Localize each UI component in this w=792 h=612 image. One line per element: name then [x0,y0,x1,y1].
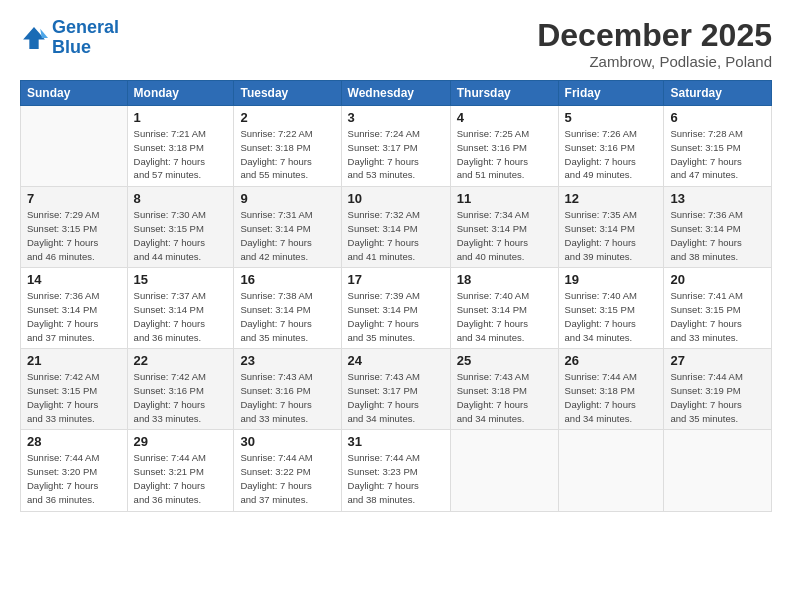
day-info: Sunrise: 7:21 AM Sunset: 3:18 PM Dayligh… [134,127,228,182]
day-number: 7 [27,191,121,206]
day-info: Sunrise: 7:44 AM Sunset: 3:22 PM Dayligh… [240,451,334,506]
calendar-cell: 21Sunrise: 7:42 AM Sunset: 3:15 PM Dayli… [21,349,128,430]
calendar-cell: 3Sunrise: 7:24 AM Sunset: 3:17 PM Daylig… [341,106,450,187]
day-info: Sunrise: 7:30 AM Sunset: 3:15 PM Dayligh… [134,208,228,263]
day-header-tuesday: Tuesday [234,81,341,106]
day-number: 28 [27,434,121,449]
day-number: 21 [27,353,121,368]
calendar-cell: 27Sunrise: 7:44 AM Sunset: 3:19 PM Dayli… [664,349,772,430]
day-number: 20 [670,272,765,287]
page: General Blue December 2025 Zambrow, Podl… [0,0,792,612]
day-number: 26 [565,353,658,368]
day-info: Sunrise: 7:29 AM Sunset: 3:15 PM Dayligh… [27,208,121,263]
day-number: 2 [240,110,334,125]
calendar-cell: 31Sunrise: 7:44 AM Sunset: 3:23 PM Dayli… [341,430,450,511]
day-info: Sunrise: 7:42 AM Sunset: 3:16 PM Dayligh… [134,370,228,425]
day-info: Sunrise: 7:42 AM Sunset: 3:15 PM Dayligh… [27,370,121,425]
day-info: Sunrise: 7:36 AM Sunset: 3:14 PM Dayligh… [670,208,765,263]
calendar-cell: 28Sunrise: 7:44 AM Sunset: 3:20 PM Dayli… [21,430,128,511]
day-header-sunday: Sunday [21,81,128,106]
day-number: 17 [348,272,444,287]
day-number: 5 [565,110,658,125]
calendar-cell: 18Sunrise: 7:40 AM Sunset: 3:14 PM Dayli… [450,268,558,349]
header: General Blue December 2025 Zambrow, Podl… [20,18,772,70]
day-number: 29 [134,434,228,449]
day-number: 8 [134,191,228,206]
day-info: Sunrise: 7:35 AM Sunset: 3:14 PM Dayligh… [565,208,658,263]
day-info: Sunrise: 7:32 AM Sunset: 3:14 PM Dayligh… [348,208,444,263]
calendar-cell [21,106,128,187]
day-info: Sunrise: 7:34 AM Sunset: 3:14 PM Dayligh… [457,208,552,263]
day-info: Sunrise: 7:44 AM Sunset: 3:19 PM Dayligh… [670,370,765,425]
calendar-cell: 24Sunrise: 7:43 AM Sunset: 3:17 PM Dayli… [341,349,450,430]
day-number: 19 [565,272,658,287]
day-info: Sunrise: 7:44 AM Sunset: 3:21 PM Dayligh… [134,451,228,506]
day-number: 23 [240,353,334,368]
calendar-cell [450,430,558,511]
day-info: Sunrise: 7:44 AM Sunset: 3:20 PM Dayligh… [27,451,121,506]
day-number: 9 [240,191,334,206]
day-number: 25 [457,353,552,368]
calendar-cell: 20Sunrise: 7:41 AM Sunset: 3:15 PM Dayli… [664,268,772,349]
calendar-cell: 10Sunrise: 7:32 AM Sunset: 3:14 PM Dayli… [341,187,450,268]
logo-icon [20,24,48,52]
day-header-monday: Monday [127,81,234,106]
day-info: Sunrise: 7:44 AM Sunset: 3:18 PM Dayligh… [565,370,658,425]
day-info: Sunrise: 7:22 AM Sunset: 3:18 PM Dayligh… [240,127,334,182]
calendar-cell: 30Sunrise: 7:44 AM Sunset: 3:22 PM Dayli… [234,430,341,511]
calendar-cell: 5Sunrise: 7:26 AM Sunset: 3:16 PM Daylig… [558,106,664,187]
title-block: December 2025 Zambrow, Podlasie, Poland [537,18,772,70]
week-row-1: 1Sunrise: 7:21 AM Sunset: 3:18 PM Daylig… [21,106,772,187]
calendar-cell: 22Sunrise: 7:42 AM Sunset: 3:16 PM Dayli… [127,349,234,430]
logo-text: General Blue [52,18,119,58]
calendar-cell: 13Sunrise: 7:36 AM Sunset: 3:14 PM Dayli… [664,187,772,268]
day-number: 15 [134,272,228,287]
day-info: Sunrise: 7:43 AM Sunset: 3:17 PM Dayligh… [348,370,444,425]
day-number: 16 [240,272,334,287]
calendar-header-row: SundayMondayTuesdayWednesdayThursdayFrid… [21,81,772,106]
calendar-cell: 2Sunrise: 7:22 AM Sunset: 3:18 PM Daylig… [234,106,341,187]
day-number: 27 [670,353,765,368]
logo-line2: Blue [52,37,91,57]
day-info: Sunrise: 7:26 AM Sunset: 3:16 PM Dayligh… [565,127,658,182]
day-info: Sunrise: 7:41 AM Sunset: 3:15 PM Dayligh… [670,289,765,344]
calendar-cell: 25Sunrise: 7:43 AM Sunset: 3:18 PM Dayli… [450,349,558,430]
calendar-cell [664,430,772,511]
day-info: Sunrise: 7:37 AM Sunset: 3:14 PM Dayligh… [134,289,228,344]
logo-line1: General [52,17,119,37]
day-number: 24 [348,353,444,368]
day-number: 11 [457,191,552,206]
day-header-thursday: Thursday [450,81,558,106]
calendar-cell: 17Sunrise: 7:39 AM Sunset: 3:14 PM Dayli… [341,268,450,349]
day-number: 13 [670,191,765,206]
day-number: 12 [565,191,658,206]
calendar-cell: 16Sunrise: 7:38 AM Sunset: 3:14 PM Dayli… [234,268,341,349]
day-number: 1 [134,110,228,125]
day-info: Sunrise: 7:39 AM Sunset: 3:14 PM Dayligh… [348,289,444,344]
calendar-cell [558,430,664,511]
calendar-cell: 23Sunrise: 7:43 AM Sunset: 3:16 PM Dayli… [234,349,341,430]
day-info: Sunrise: 7:24 AM Sunset: 3:17 PM Dayligh… [348,127,444,182]
day-number: 6 [670,110,765,125]
day-info: Sunrise: 7:44 AM Sunset: 3:23 PM Dayligh… [348,451,444,506]
day-number: 4 [457,110,552,125]
day-info: Sunrise: 7:25 AM Sunset: 3:16 PM Dayligh… [457,127,552,182]
week-row-3: 14Sunrise: 7:36 AM Sunset: 3:14 PM Dayli… [21,268,772,349]
week-row-2: 7Sunrise: 7:29 AM Sunset: 3:15 PM Daylig… [21,187,772,268]
day-number: 14 [27,272,121,287]
day-info: Sunrise: 7:28 AM Sunset: 3:15 PM Dayligh… [670,127,765,182]
day-info: Sunrise: 7:31 AM Sunset: 3:14 PM Dayligh… [240,208,334,263]
day-number: 30 [240,434,334,449]
day-info: Sunrise: 7:40 AM Sunset: 3:15 PM Dayligh… [565,289,658,344]
day-info: Sunrise: 7:43 AM Sunset: 3:18 PM Dayligh… [457,370,552,425]
day-info: Sunrise: 7:40 AM Sunset: 3:14 PM Dayligh… [457,289,552,344]
logo: General Blue [20,18,119,58]
day-header-saturday: Saturday [664,81,772,106]
calendar-cell: 14Sunrise: 7:36 AM Sunset: 3:14 PM Dayli… [21,268,128,349]
calendar-cell: 26Sunrise: 7:44 AM Sunset: 3:18 PM Dayli… [558,349,664,430]
calendar-cell: 4Sunrise: 7:25 AM Sunset: 3:16 PM Daylig… [450,106,558,187]
week-row-5: 28Sunrise: 7:44 AM Sunset: 3:20 PM Dayli… [21,430,772,511]
calendar-cell: 1Sunrise: 7:21 AM Sunset: 3:18 PM Daylig… [127,106,234,187]
calendar-cell: 12Sunrise: 7:35 AM Sunset: 3:14 PM Dayli… [558,187,664,268]
subtitle: Zambrow, Podlasie, Poland [537,53,772,70]
